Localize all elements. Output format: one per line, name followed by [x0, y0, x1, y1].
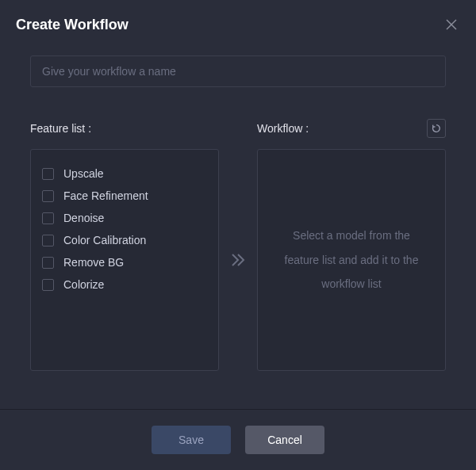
feature-item-denoise[interactable]: Denoise: [42, 207, 207, 229]
workflow-column: Workflow : Select a model from the featu…: [257, 117, 446, 371]
feature-item-upscale[interactable]: Upscale: [42, 162, 207, 185]
feature-label: Remove BG: [63, 256, 124, 269]
checkbox-icon: [42, 190, 54, 202]
checkbox-icon: [42, 235, 54, 246]
feature-item-color-calibration[interactable]: Color Calibration: [42, 229, 207, 251]
dialog-footer: Save Cancel: [0, 409, 476, 470]
workflow-name-input[interactable]: [30, 55, 446, 87]
feature-item-face-refinement[interactable]: Face Refinement: [42, 185, 207, 207]
feature-label: Colorize: [63, 278, 104, 291]
undo-icon: [431, 123, 442, 134]
feature-label: Color Calibration: [63, 234, 146, 246]
close-icon: [445, 18, 458, 31]
dialog-title: Create Workflow: [16, 17, 129, 33]
arrow-column: [219, 117, 257, 371]
checkbox-icon: [42, 168, 54, 180]
cancel-button[interactable]: Cancel: [245, 426, 324, 454]
feature-label: Face Refinement: [63, 189, 148, 202]
workflow-empty-text: Select a model from the feature list and…: [283, 224, 420, 296]
create-workflow-dialog: Create Workflow Feature list : Upscale: [0, 0, 476, 470]
chevron-double-right-icon: [228, 250, 248, 269]
feature-list-panel: Upscale Face Refinement Denoise Color Ca…: [30, 149, 219, 371]
feature-list-label: Feature list :: [30, 122, 91, 135]
columns-row: Feature list : Upscale Face Refinement D…: [30, 117, 446, 371]
checkbox-icon: [42, 257, 54, 269]
dialog-body: Feature list : Upscale Face Refinement D…: [0, 46, 476, 409]
workflow-header: Workflow :: [257, 117, 446, 139]
checkbox-icon: [42, 212, 54, 224]
workflow-empty-state: Select a model from the feature list and…: [269, 162, 434, 357]
feature-item-remove-bg[interactable]: Remove BG: [42, 251, 207, 273]
feature-label: Denoise: [63, 212, 104, 224]
workflow-label: Workflow :: [257, 122, 309, 135]
dialog-header: Create Workflow: [0, 0, 476, 46]
close-button[interactable]: [443, 16, 460, 33]
checkbox-icon: [42, 279, 54, 291]
feature-list-header: Feature list :: [30, 117, 219, 139]
feature-item-colorize[interactable]: Colorize: [42, 273, 207, 296]
feature-label: Upscale: [63, 167, 104, 180]
workflow-panel: Select a model from the feature list and…: [257, 149, 446, 371]
reset-button[interactable]: [427, 119, 446, 138]
feature-list-column: Feature list : Upscale Face Refinement D…: [30, 117, 219, 371]
save-button[interactable]: Save: [152, 426, 231, 454]
